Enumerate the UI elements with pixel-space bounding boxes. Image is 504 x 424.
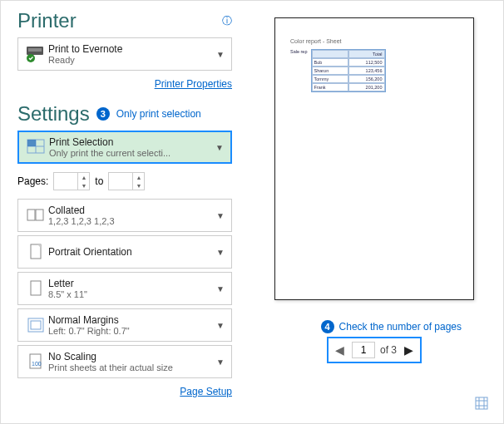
preview-title: Color report - Sheet [290,38,458,44]
preview-pane: Color report - Sheet Sale rep Total Bob1… [245,1,503,423]
margins-dropdown[interactable]: Normal Margins Left: 0.7" Right: 0.7" ▼ [17,308,232,342]
chevron-down-icon: ▼ [215,321,226,330]
paper-sub: 8.5" x 11" [48,289,215,299]
printer-name: Print to Evernote [48,43,215,55]
printer-heading-text: Printer [17,9,77,32]
printer-heading: Printer ⓘ [17,9,232,32]
pages-from-spinner[interactable]: ▲▼ [53,172,90,190]
prev-page-button[interactable]: ◀ [334,343,347,357]
settings-pane: Printer ⓘ Print to Evernote Ready ▼ Prin… [1,1,245,423]
svg-rect-13 [31,321,41,329]
scaling-icon: 100 [23,350,48,373]
printer-icon [23,42,48,66]
svg-rect-7 [27,210,35,220]
selection-icon [24,136,49,159]
page-icon [23,277,48,300]
next-page-button[interactable]: ▶ [402,343,415,357]
margins-icon [23,313,48,337]
svg-text:100: 100 [32,361,42,367]
svg-rect-9 [31,244,41,259]
collate-title: Collated [48,205,215,216]
chevron-down-icon: ▼ [215,50,226,59]
chevron-down-icon: ▼ [215,357,226,367]
pages-from-input[interactable] [54,173,77,190]
svg-marker-10 [37,244,41,248]
print-area-sub: Only print the current selecti... [49,148,214,158]
preview-table: Total Bob112,500 Sharon123,456 Tommy156,… [311,49,386,92]
print-area-title: Print Selection [49,136,214,148]
down-arrow-icon[interactable]: ▼ [78,181,89,190]
pages-to-spinner[interactable]: ▲▼ [108,172,145,190]
chevron-down-icon: ▼ [215,211,226,220]
pages-row: Pages: ▲▼ to ▲▼ [17,172,232,190]
page-total: of 3 [380,344,397,356]
pages-to-label: to [95,175,103,187]
step4-badge: 4 [321,320,334,333]
settings-heading: Settings [17,102,90,126]
scaling-sub: Print sheets at their actual size [48,362,215,372]
svg-rect-8 [36,210,43,220]
pages-to-input[interactable] [109,173,132,190]
page-navigator: ◀ of 3 ▶ [327,337,422,363]
up-arrow-icon[interactable]: ▲ [133,173,144,181]
scaling-title: No Scaling [48,351,215,362]
step3-badge: 3 [96,107,110,121]
preview-side-label: Sale rep [290,49,308,54]
orientation-title: Portrait Orientation [48,246,215,258]
svg-rect-6 [27,140,36,146]
margins-sub: Left: 0.7" Right: 0.7" [48,326,215,336]
up-arrow-icon[interactable]: ▲ [78,173,89,181]
orientation-dropdown[interactable]: Portrait Orientation ▼ [17,235,232,269]
svg-point-2 [27,54,35,62]
paper-dropdown[interactable]: Letter 8.5" x 11" ▼ [17,272,232,305]
chevron-down-icon: ▼ [214,143,225,152]
svg-rect-1 [28,48,42,52]
chevron-down-icon: ▼ [215,284,226,293]
page-setup-link[interactable]: Page Setup [180,386,232,397]
svg-rect-11 [31,281,41,295]
svg-rect-16 [476,397,487,409]
preview-header: Total [348,50,385,58]
collate-icon [23,204,48,227]
printer-properties-link[interactable]: Printer Properties [155,78,232,90]
down-arrow-icon[interactable]: ▼ [133,181,144,190]
portrait-icon [23,240,48,264]
printer-status: Ready [48,55,215,65]
margins-title: Normal Margins [48,314,215,326]
scaling-dropdown[interactable]: 100 No Scaling Print sheets at their act… [17,345,232,378]
show-margins-icon[interactable] [475,397,488,410]
pages-label: Pages: [17,175,48,187]
paper-title: Letter [48,278,215,289]
collate-sub: 1,2,3 1,2,3 1,2,3 [48,216,215,226]
collate-dropdown[interactable]: Collated 1,2,3 1,2,3 1,2,3 ▼ [17,199,232,232]
current-page-input[interactable] [352,342,375,358]
printer-dropdown[interactable]: Print to Evernote Ready ▼ [17,37,232,71]
step4-annotation: Check the number of pages [339,321,462,333]
step3-annotation: Only print selection [116,108,201,120]
print-area-dropdown[interactable]: Print Selection Only print the current s… [17,131,232,164]
chevron-down-icon: ▼ [215,248,226,257]
info-icon[interactable]: ⓘ [222,14,232,28]
print-preview: Color report - Sheet Sale rep Total Bob1… [274,17,474,300]
